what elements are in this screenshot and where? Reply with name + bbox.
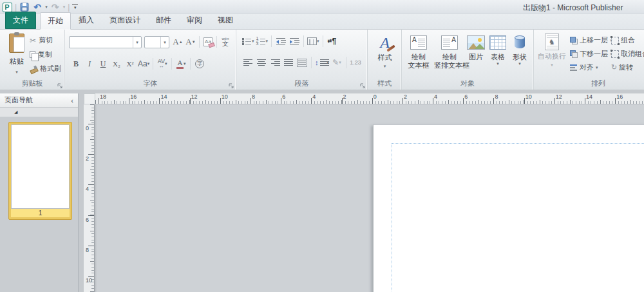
- ruler-segment: 0: [84, 124, 94, 154]
- collapse-panel-button[interactable]: ‹: [71, 97, 73, 104]
- ungroup-button[interactable]: 取消组合: [611, 48, 644, 59]
- objects-group-label: 对象: [402, 79, 533, 88]
- bring-forward-button[interactable]: 上移一层▾: [570, 35, 612, 46]
- page-navigation-panel: 页面导航 ‹ ◢ 1: [0, 93, 79, 292]
- font-size-dropdown[interactable]: ▾: [160, 37, 169, 48]
- shapes-dropdown-arrow[interactable]: ▾: [509, 61, 531, 66]
- font-color-button[interactable]: A ▾: [175, 58, 187, 70]
- bullets-icon: [242, 37, 252, 45]
- wrap-text-dropdown-arrow[interactable]: ▾: [538, 63, 566, 68]
- group-button[interactable]: 组合: [611, 35, 644, 46]
- copy-label: 复制: [38, 50, 52, 59]
- italic-button[interactable]: I: [84, 58, 95, 70]
- font-size-combo[interactable]: ▾: [144, 36, 169, 48]
- redo-dropdown[interactable]: ▾: [63, 5, 66, 10]
- section-collapse-icon[interactable]: ◢: [14, 110, 17, 115]
- separator: [171, 58, 172, 70]
- ruler-segment: 6: [84, 215, 94, 246]
- save-button[interactable]: [19, 2, 30, 12]
- format-painter-button[interactable]: 格式刷: [30, 63, 61, 74]
- enclose-characters-button[interactable]: 字: [194, 58, 205, 70]
- page-thumbnail-1[interactable]: 1: [8, 122, 72, 220]
- horizontal-ruler[interactable]: 181614121086420246810121416: [95, 93, 644, 104]
- ruler-segment: 10: [84, 276, 94, 292]
- paragraph-dialog-launcher[interactable]: [359, 82, 366, 88]
- clear-formatting-button[interactable]: Aa: [202, 36, 214, 48]
- numbering-button[interactable]: 123▾: [256, 35, 269, 47]
- align-center-button[interactable]: [256, 57, 267, 68]
- underline-button[interactable]: U: [97, 58, 109, 70]
- align-center-icon: [257, 59, 267, 66]
- styles-button[interactable]: A 样式 ▾: [371, 34, 399, 69]
- tab-insert[interactable]: 插入: [71, 12, 102, 29]
- undo-dropdown[interactable]: ▾: [45, 5, 48, 10]
- tab-home[interactable]: 开始: [40, 12, 71, 30]
- align-left-button[interactable]: [242, 57, 254, 68]
- distribute-button[interactable]: [296, 57, 308, 68]
- character-spacing-button[interactable]: AV ↔ ▾: [156, 58, 168, 70]
- font-name-dropdown[interactable]: ▾: [133, 37, 141, 48]
- publisher-app-icon[interactable]: P: [2, 2, 12, 12]
- show-measurements-button[interactable]: 1.23: [350, 57, 361, 68]
- canvas[interactable]: [97, 104, 644, 292]
- picture-button[interactable]: 图片: [465, 32, 487, 70]
- clipboard-dialog-launcher[interactable]: [57, 82, 63, 88]
- superscript-button[interactable]: X²: [124, 58, 136, 70]
- shrink-font-button[interactable]: A▼: [185, 36, 196, 48]
- send-backward-button[interactable]: 下移一层▾: [570, 48, 612, 59]
- publisher-window: P | ↶ ▾ ↷ ▾ | ▾ 出版物1 - Microsoft Publish…: [0, 0, 644, 292]
- bullets-button[interactable]: ▾: [242, 35, 254, 47]
- phonetic-guide-button[interactable]: wén 文: [220, 36, 231, 48]
- separator: [199, 36, 200, 48]
- tab-file[interactable]: 文件: [5, 12, 36, 29]
- page-navigation-section-row: ◢: [0, 108, 78, 117]
- columns-button[interactable]: ▾: [307, 35, 319, 47]
- customize-qat-button[interactable]: ▾: [72, 4, 78, 10]
- special-characters-button[interactable]: ⇄¶: [327, 35, 338, 47]
- align-objects-button[interactable]: 对齐▾: [570, 62, 612, 73]
- draw-text-box-button[interactable]: 绘制 文本框: [403, 32, 434, 70]
- copy-button[interactable]: 复制: [30, 49, 61, 60]
- table-dropdown-arrow[interactable]: ▾: [487, 61, 509, 66]
- undo-button[interactable]: ↶: [32, 2, 43, 12]
- rotate-button[interactable]: ↻ 旋转: [611, 62, 644, 73]
- paste-dropdown-arrow[interactable]: ▾: [15, 70, 18, 74]
- table-button[interactable]: 表格 ▾: [487, 32, 509, 70]
- subscript-button[interactable]: X₂: [111, 58, 122, 70]
- styles-icon: A: [376, 34, 394, 52]
- font-dialog-launcher[interactable]: [228, 82, 234, 88]
- ribbon-tab-row: 文件 开始 插入 页面设计 邮件 审阅 视图: [0, 14, 644, 30]
- align-right-button[interactable]: [269, 57, 281, 68]
- decrease-indent-button[interactable]: [275, 35, 287, 47]
- font-name-combo[interactable]: ▾: [69, 36, 142, 48]
- paste-button[interactable]: 粘贴 ▾: [4, 34, 30, 80]
- line-spacing-button[interactable]: ↕ ▾: [315, 57, 329, 68]
- dialog-launcher-icon: [359, 83, 366, 89]
- justify-button[interactable]: [283, 57, 294, 68]
- font-row-1: A▲ A▼ Aa wén 文: [172, 36, 231, 48]
- bring-forward-icon: [570, 37, 578, 44]
- align-left-icon: [243, 59, 253, 66]
- wrap-text-button[interactable]: ♞ 自动换行 ▾: [538, 34, 566, 68]
- bold-button[interactable]: B: [70, 58, 82, 70]
- styles-dropdown-arrow[interactable]: ▾: [371, 64, 399, 69]
- qat-separator: |: [68, 3, 70, 12]
- draw-vertical-text-box-button[interactable]: 绘制 竖排文本框: [434, 32, 465, 70]
- ruler-segment: 6: [463, 93, 493, 104]
- paste-clipboard-icon: [9, 34, 24, 53]
- group-objects-icon: [611, 37, 619, 44]
- grow-font-button[interactable]: A▲: [172, 36, 184, 48]
- tab-mailings[interactable]: 邮件: [148, 12, 179, 29]
- separator: [346, 57, 346, 68]
- cut-button[interactable]: ✂ 剪切: [30, 35, 61, 46]
- increase-indent-button[interactable]: [289, 35, 300, 47]
- vertical-ruler[interactable]: 0246810: [84, 104, 95, 292]
- tab-view[interactable]: 视图: [210, 12, 241, 29]
- ruler-segment: 8: [84, 246, 94, 276]
- redo-button[interactable]: ↷: [50, 2, 61, 12]
- tab-page-design[interactable]: 页面设计: [102, 12, 148, 29]
- shapes-button[interactable]: 形状 ▾: [509, 32, 531, 70]
- border-style-button[interactable]: ✎▾: [331, 57, 343, 68]
- change-case-button[interactable]: Aa▾: [138, 58, 149, 70]
- tab-review[interactable]: 审阅: [179, 12, 210, 29]
